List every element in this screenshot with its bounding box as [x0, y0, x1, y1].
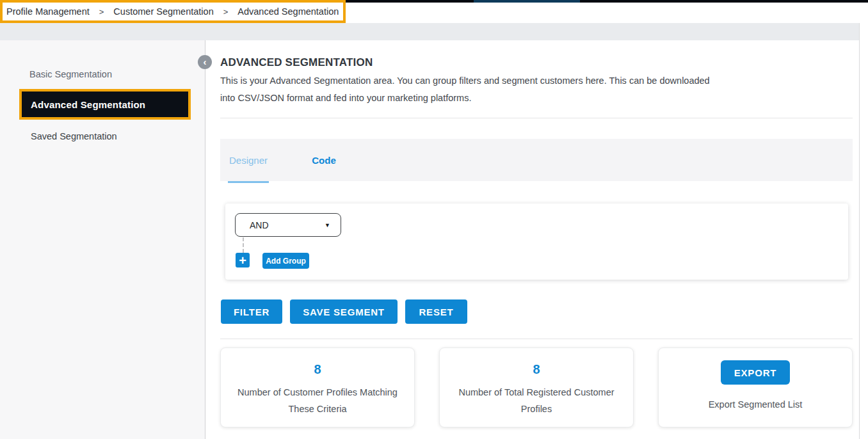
plus-icon: + — [239, 253, 246, 267]
breadcrumb-item-customer-segmentation[interactable]: Customer Segmentation — [113, 6, 213, 17]
tab-designer[interactable]: Designer — [228, 139, 269, 181]
export-button[interactable]: EXPORT — [721, 360, 790, 385]
chevron-left-icon: ‹ — [204, 57, 207, 67]
sidebar-item-saved-segmentation[interactable]: Saved Segmentation — [31, 131, 117, 141]
filter-button[interactable]: FILTER — [221, 299, 282, 324]
export-card: EXPORT Export Segmented List — [658, 347, 853, 427]
sidebar-item-advanced-segmentation[interactable]: Advanced Segmentation — [19, 89, 191, 120]
matching-profiles-count: 8 — [221, 361, 414, 378]
save-segment-button[interactable]: SAVE SEGMENT — [290, 299, 398, 324]
breadcrumb-item-advanced-segmentation[interactable]: Advanced Segmentation — [237, 6, 339, 17]
tab-code[interactable]: Code — [305, 139, 342, 181]
reset-button[interactable]: RESET — [405, 299, 467, 324]
add-rule-button[interactable]: + — [236, 253, 250, 267]
collapse-sidebar-button[interactable]: ‹ — [198, 55, 212, 69]
active-tab-underline — [228, 181, 269, 183]
total-profiles-count: 8 — [440, 361, 633, 378]
total-profiles-label: Number of Total Registered Customer Prof… — [440, 384, 633, 417]
sidebar-item-label: Advanced Segmentation — [31, 99, 145, 110]
tab-code-label: Code — [312, 155, 336, 166]
query-builder-panel: AND ▼ + Add Group — [225, 204, 848, 280]
page-description: This is your Advanced Segmentation area.… — [220, 72, 860, 107]
builder-actions: FILTER SAVE SEGMENT RESET — [221, 299, 467, 324]
builder-tab-bar: Designer Code — [220, 139, 853, 181]
tab-designer-label: Designer — [229, 155, 268, 166]
header-spacer-band — [0, 23, 859, 40]
chevron-down-icon: ▼ — [325, 222, 330, 228]
breadcrumb-item-profile-management[interactable]: Profile Management — [6, 6, 90, 17]
total-profiles-card: 8 Number of Total Registered Customer Pr… — [439, 347, 634, 427]
breadcrumb-highlight-annotation: Profile Management > Customer Segmentati… — [0, 0, 346, 23]
page-description-line2: into CSV/JSON format and fed into your m… — [220, 90, 860, 107]
stats-row: 8 Number of Customer Profiles Matching T… — [220, 347, 853, 427]
sidebar-item-basic-segmentation[interactable]: Basic Segmentation — [29, 69, 112, 79]
segmentation-sidebar: Basic Segmentation Advanced Segmentation… — [0, 40, 205, 439]
group-operator-dropdown[interactable]: AND ▼ — [235, 213, 341, 237]
group-connector-line — [243, 237, 244, 253]
group-operator-value: AND — [250, 220, 269, 230]
section-divider — [220, 118, 853, 118]
matching-profiles-card: 8 Number of Customer Profiles Matching T… — [220, 347, 415, 427]
add-group-button[interactable]: Add Group — [262, 253, 309, 269]
page-description-line1: This is your Advanced Segmentation area.… — [220, 72, 860, 90]
export-card-label: Export Segmented List — [659, 399, 852, 410]
page-title: ADVANCED SEGMENTATION — [220, 56, 373, 69]
chevron-right-icon: > — [223, 6, 229, 17]
chevron-right-icon: > — [99, 6, 104, 17]
matching-profiles-label: Number of Customer Profiles Matching The… — [221, 384, 414, 417]
section-divider — [220, 339, 853, 339]
